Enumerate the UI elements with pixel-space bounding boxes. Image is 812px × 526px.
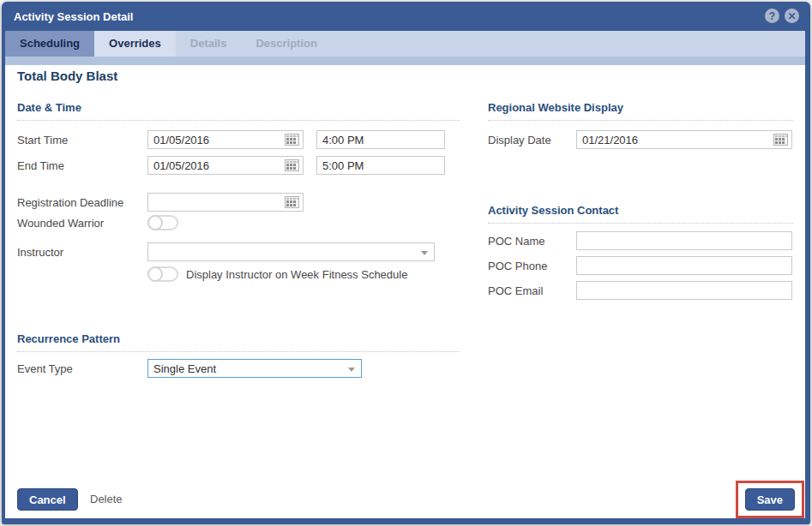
end-time-input[interactable] [316,156,445,175]
tab-scheduling[interactable]: Scheduling [5,31,94,57]
titlebar-icons: ? ✕ [765,9,799,23]
event-type-select[interactable]: Single Event [147,359,362,378]
poc-phone-label: POC Phone [488,260,576,272]
display-date-input[interactable] [576,130,792,149]
end-time-row: End Time [17,156,445,175]
wounded-warrior-toggle[interactable] [147,215,178,230]
event-type-row: Event Type Single Event [17,359,362,378]
calendar-icon[interactable] [285,196,299,208]
poc-email-input[interactable] [576,281,792,300]
display-date-row: Display Date [488,130,792,149]
chevron-down-icon [421,251,428,255]
calendar-icon[interactable] [285,159,299,171]
help-icon[interactable]: ? [765,9,779,23]
save-button[interactable]: Save [745,488,795,511]
registration-date-wrap [147,193,304,212]
tab-bar: Scheduling Overrides Details Description [5,31,805,57]
poc-name-row: POC Name [488,231,792,250]
display-instructor-row: Display Instructor on Week Fitness Sched… [147,266,407,282]
display-date-label: Display Date [488,134,576,146]
tab-bar-strip [5,57,805,65]
tab-overrides[interactable]: Overrides [94,31,176,57]
poc-name-input[interactable] [576,231,792,250]
dialog-title: Activity Session Detail [5,10,133,23]
poc-phone-row: POC Phone [488,256,792,275]
end-date-input[interactable] [147,156,304,175]
event-type-label: Event Type [17,362,147,375]
instructor-label: Instructor [17,246,147,259]
dialog-content: Total Body Blast Date & Time Start Time … [5,65,805,518]
page-title: Total Body Blast [17,69,117,83]
section-header-recurrence: Recurrence Pattern [17,332,460,352]
calendar-icon[interactable] [285,134,299,146]
start-date-wrap [147,130,304,149]
chevron-down-icon [348,368,355,372]
start-time-label: Start Time [17,134,147,146]
registration-deadline-label: Registration Deadline [17,196,147,209]
cancel-button[interactable]: Cancel [17,488,78,511]
poc-phone-input[interactable] [576,256,792,275]
calendar-icon[interactable] [773,134,788,146]
tab-details: Details [176,31,242,57]
start-time-row: Start Time [17,130,445,149]
display-date-wrap [576,130,792,149]
save-highlight-box: Save [736,481,804,518]
start-date-input[interactable] [147,130,304,149]
dialog-titlebar: Activity Session Detail ? ✕ [5,2,805,31]
right-column: Regional Website Display Display Date Ac… [488,101,793,375]
poc-name-label: POC Name [488,235,576,248]
wounded-warrior-row: Wounded Warrior [17,215,178,230]
display-instructor-label: Display Instructor on Week Fitness Sched… [186,268,407,281]
left-column: Date & Time Start Time End Time [17,101,460,504]
activity-session-detail-dialog: Activity Session Detail ? ✕ Scheduling O… [2,2,810,524]
tab-description: Description [241,31,332,57]
registration-deadline-row: Registration Deadline [17,193,304,212]
poc-email-label: POC Email [488,284,576,297]
section-header-date-time: Date & Time [17,101,460,121]
instructor-select[interactable] [147,242,435,261]
poc-email-row: POC Email [488,281,792,300]
display-instructor-toggle[interactable] [147,266,178,282]
section-header-regional: Regional Website Display [488,101,793,121]
end-time-label: End Time [17,159,147,172]
instructor-row: Instructor [17,242,435,261]
registration-deadline-input[interactable] [147,193,304,212]
start-time-input[interactable] [316,130,445,149]
event-type-select-value: Single Event [153,362,216,375]
section-header-contact: Activity Session Contact [488,204,793,224]
close-icon[interactable]: ✕ [785,9,799,23]
delete-link[interactable]: Delete [90,488,123,511]
wounded-warrior-label: Wounded Warrior [17,217,147,230]
end-date-wrap [147,156,304,175]
